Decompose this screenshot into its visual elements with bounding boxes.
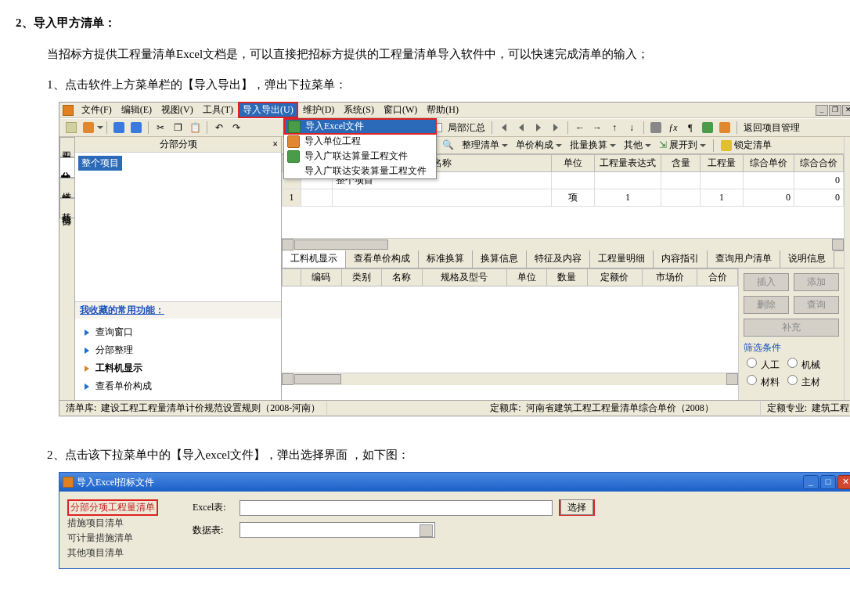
dd-import-gld-install[interactable]: 导入广联达安装算量工程文件 xyxy=(284,164,436,178)
tb-new-icon[interactable] xyxy=(64,121,78,135)
restore-button[interactable]: ❐ xyxy=(829,105,841,116)
radio-labor[interactable]: 人工 xyxy=(747,358,780,372)
btn-add[interactable]: 添加 xyxy=(794,273,839,291)
subtab-priceview[interactable]: 查看单价构成 xyxy=(345,249,419,268)
calc-icon[interactable] xyxy=(649,121,663,135)
indent-left-icon[interactable]: ← xyxy=(573,121,587,135)
dlg-max-button[interactable]: □ xyxy=(820,475,836,489)
select-datatable[interactable] xyxy=(240,522,435,538)
col-qty[interactable]: 工程量 xyxy=(701,155,744,172)
radio-main[interactable]: 主材 xyxy=(787,375,820,389)
tb-open-icon[interactable] xyxy=(81,121,95,135)
dd-import-unit[interactable]: 导入单位工程 xyxy=(284,134,436,149)
tb-copy-icon[interactable]: ❐ xyxy=(171,121,185,135)
input-excel-path[interactable] xyxy=(240,500,553,516)
fav-item-organize[interactable]: 分部整理 xyxy=(85,341,272,359)
tb2-unitcomp[interactable]: 单价构成 xyxy=(512,139,566,152)
vtab-other[interactable]: 其他项目 xyxy=(59,198,74,218)
col2-market[interactable]: 市场价 xyxy=(643,269,697,286)
subtab-materials[interactable]: 工料机显示 xyxy=(282,249,346,268)
col2-qty[interactable]: 数量 xyxy=(547,269,588,286)
h-scrollbar-2[interactable] xyxy=(282,373,738,385)
menu-file[interactable]: 文件(F) xyxy=(77,102,117,118)
subtab-qtydetail[interactable]: 工程量明细 xyxy=(589,249,654,268)
side-close-icon[interactable]: × xyxy=(272,139,278,150)
menu-maintain[interactable]: 维护(D) xyxy=(298,102,340,118)
para-icon[interactable]: ¶ xyxy=(683,121,697,135)
tb2-expand[interactable]: ⇲ 展开到 xyxy=(655,139,710,152)
col2-unit[interactable]: 单位 xyxy=(506,269,547,286)
fav-item-query[interactable]: 查询窗口 xyxy=(85,323,272,341)
col2-total[interactable]: 合价 xyxy=(697,269,738,286)
tb-paste-icon[interactable]: 📋 xyxy=(188,121,202,135)
vtab-measures[interactable]: 措施项目 xyxy=(59,178,74,198)
col2-spec[interactable]: 规格及型号 xyxy=(422,269,506,286)
menu-import-export[interactable]: 导入导出(U) xyxy=(238,102,298,118)
subtab-notes[interactable]: 说明信息 xyxy=(780,249,834,268)
fx-icon[interactable]: ƒx xyxy=(666,121,680,135)
list-item-division[interactable]: 分部分项工程量清单 xyxy=(67,499,158,516)
nav-last-icon[interactable] xyxy=(549,121,563,135)
col-uprice[interactable]: 综合单价 xyxy=(744,155,794,172)
tree-root-node[interactable]: 整个项目 xyxy=(78,156,122,171)
chevron-down-icon[interactable] xyxy=(97,126,103,129)
menu-system[interactable]: 系统(S) xyxy=(339,102,379,118)
tb-saveall-icon[interactable] xyxy=(129,121,143,135)
btn-fill[interactable]: 补充 xyxy=(744,319,839,337)
menu-help[interactable]: 帮助(H) xyxy=(422,102,463,118)
min-button[interactable]: _ xyxy=(816,105,828,116)
col2-kind[interactable]: 类别 xyxy=(341,269,382,286)
menu-tool[interactable]: 工具(T) xyxy=(198,102,238,118)
list-item-measures[interactable]: 措施项目清单 xyxy=(67,516,177,531)
tb-cut-icon[interactable]: ✂ xyxy=(153,121,167,135)
search-icon[interactable]: 🔍 xyxy=(438,139,458,151)
nav-first-icon[interactable] xyxy=(497,121,511,135)
tb-back-button[interactable]: 返回项目管理 xyxy=(740,121,803,135)
subtab-guide[interactable]: 内容指引 xyxy=(653,249,708,268)
tb-save-icon[interactable] xyxy=(112,121,126,135)
fav-item-materials[interactable]: 工料机显示 xyxy=(85,359,272,377)
fav-item-priceview[interactable]: 查看单价构成 xyxy=(85,377,272,395)
radio-machine[interactable]: 机械 xyxy=(787,358,820,372)
col-content[interactable]: 含量 xyxy=(661,155,701,172)
vtab-division[interactable]: 分部分项 xyxy=(59,157,74,178)
menu-edit[interactable]: 编辑(E) xyxy=(117,102,157,118)
move-up-icon[interactable]: ↑ xyxy=(607,121,621,135)
tb-undo-icon[interactable]: ↶ xyxy=(212,121,226,135)
tb2-sortlist[interactable]: 整理清单 xyxy=(458,139,512,152)
close-button[interactable]: ✕ xyxy=(842,105,850,116)
indent-right-icon[interactable]: → xyxy=(590,121,604,135)
tb2-lock[interactable]: 锁定清单 xyxy=(717,139,776,152)
filter-icon[interactable] xyxy=(701,121,715,135)
col-total[interactable]: 综合合价 xyxy=(794,155,844,172)
subtab-convinfo[interactable]: 换算信息 xyxy=(472,249,527,268)
menu-window[interactable]: 窗口(W) xyxy=(379,102,422,118)
dd-import-gld-qty[interactable]: 导入广联达算量工程文件 xyxy=(284,149,436,164)
tb2-batchconv[interactable]: 批量换算 xyxy=(566,139,620,152)
btn-query[interactable]: 查询 xyxy=(794,296,839,314)
dlg-close-button[interactable]: ✕ xyxy=(837,475,850,489)
btn-delete[interactable]: 删除 xyxy=(744,296,789,314)
menu-view[interactable]: 视图(V) xyxy=(157,102,198,118)
h-scrollbar[interactable] xyxy=(282,238,844,250)
btn-insert[interactable]: 插入 xyxy=(744,273,789,291)
radio-material[interactable]: 材料 xyxy=(747,375,780,389)
col2-code[interactable]: 编码 xyxy=(301,269,342,286)
tb-redo-icon[interactable]: ↷ xyxy=(229,121,243,135)
vtab-overview[interactable]: 工程概况 xyxy=(59,137,74,157)
col-expr[interactable]: 工程量表达式 xyxy=(595,155,661,172)
col-unit[interactable]: 单位 xyxy=(552,155,595,172)
col2-quota[interactable]: 定额价 xyxy=(587,269,642,286)
grid-row-2[interactable]: 1 项 1 1 0 0 xyxy=(283,189,844,207)
list-item-other[interactable]: 其他项目清单 xyxy=(67,546,177,560)
sheet-icon[interactable] xyxy=(718,121,732,135)
subtab-feature[interactable]: 特征及内容 xyxy=(526,249,590,268)
list-item-countable[interactable]: 可计量措施清单 xyxy=(67,531,177,546)
dd-import-excel[interactable]: 导入Excel文件 xyxy=(283,118,437,135)
nav-prev-icon[interactable] xyxy=(514,121,528,135)
v-scrollbar[interactable] xyxy=(844,137,850,400)
choose-button[interactable]: 选择 xyxy=(560,499,593,515)
subtab-userlist[interactable]: 查询用户清单 xyxy=(707,249,780,268)
nav-next-icon[interactable] xyxy=(531,121,546,135)
subtab-stdconv[interactable]: 标准换算 xyxy=(418,249,473,268)
